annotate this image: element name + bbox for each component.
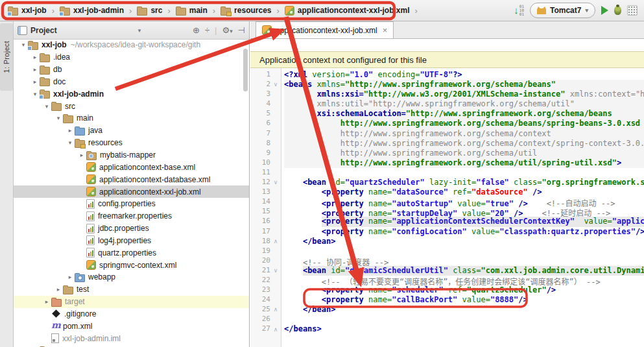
line-number: 7 [250, 129, 281, 139]
breadcrumb-item-resources[interactable]: resources [219, 6, 272, 16]
tree-item-.gitignore[interactable]: .gitignore [14, 308, 249, 320]
tree-item-xxl-job-admin.iml[interactable]: xxl-job-admin.iml [14, 332, 249, 344]
tree-toggle-arrow[interactable]: ▸ [42, 298, 51, 305]
tree-item-label: jdbc.properties [98, 224, 149, 233]
tree-item-main[interactable]: ▾main [14, 112, 249, 125]
tree-item-config.properties[interactable]: config.properties [14, 198, 249, 210]
breadcrumb-item-main[interactable]: main [174, 6, 209, 16]
folder-icon [63, 115, 73, 123]
code-line-6: http://www.springframework.org/schema/be… [284, 119, 644, 128]
tree-item-label: resources [88, 138, 123, 147]
locate-icon[interactable]: ⊕ [193, 25, 200, 35]
editor-area: applicationcontext-xxl-job.xml × Applica… [250, 21, 644, 347]
tree-item-doc[interactable]: ▸doc [14, 76, 249, 88]
fold-marker-icon[interactable]: ∧ [272, 325, 280, 335]
tree-toggle-arrow[interactable]: ▸ [30, 54, 40, 60]
spring-xml-icon [86, 187, 96, 197]
tree-item-.idea[interactable]: ▸.idea [14, 51, 249, 64]
left-tool-window-bar: 1: Project [0, 21, 14, 347]
line-number: 23 [250, 285, 281, 295]
folder-icon [137, 8, 147, 16]
breadcrumb-item-xxl-job-admin[interactable]: xxl-job-admin [58, 6, 125, 16]
tree-item-target[interactable]: ▸target [14, 296, 249, 308]
collapse-all-icon[interactable]: ÷ [205, 25, 209, 35]
tree-item-mybatis-mapper[interactable]: ▸mybatis-mapper [14, 149, 249, 162]
editor-notification-banner: Application context not configured for t… [250, 51, 644, 68]
tree-toggle-arrow[interactable]: ▾ [42, 103, 51, 110]
code-line-9: http://www.springframework.org/schema/ut… [284, 149, 644, 158]
code-line-16: <property name="applicationContextSchedu… [284, 217, 644, 226]
tree-item-springmvc-context.xml[interactable]: springmvc-context.xml [14, 259, 249, 271]
fold-marker-icon[interactable]: ∧ [272, 237, 280, 246]
fold-marker-icon[interactable]: ∨ [272, 80, 280, 90]
hide-panel-icon[interactable]: ⊣ [238, 25, 245, 35]
tree-item-java[interactable]: ▸java [14, 125, 249, 137]
tree-item-quartz.properties[interactable]: quartz.properties [14, 246, 249, 259]
code-line-3: xmlns:xsi="http://www.w3.org/2001/XMLSch… [284, 90, 644, 99]
tree-toggle-arrow[interactable]: ▸ [30, 78, 40, 85]
tree-toggle-arrow[interactable]: ▸ [66, 127, 75, 134]
run-configuration-label: Tomcat7 [550, 6, 581, 15]
run-configuration-selector[interactable]: Tomcat7 ▾ [530, 3, 595, 18]
run-button[interactable] [601, 6, 608, 15]
properties-icon [86, 199, 95, 209]
tree-item-log4j.properties[interactable]: log4j.properties [14, 235, 249, 247]
breadcrumb-label: resources [234, 6, 271, 15]
tree-item-freemarker.properties[interactable]: freemarker.properties [14, 210, 249, 222]
debug-button[interactable] [614, 6, 621, 15]
breadcrumb-item-applicationcontext-xxl-job.xml[interactable]: applicationcontext-xxl-job.xml [283, 6, 411, 16]
tree-item-pom.xml[interactable]: pom.xml [14, 320, 249, 332]
breadcrumb-item-xxl-job[interactable]: xxl-job [6, 6, 48, 16]
tree-toggle-arrow[interactable]: ▾ [66, 139, 75, 146]
tree-toggle-arrow[interactable]: ▸ [30, 66, 40, 73]
tab-close-icon[interactable]: × [383, 25, 388, 35]
fold-marker-icon[interactable]: ∨ [272, 178, 280, 187]
properties-icon [86, 235, 95, 245]
editor-gutter[interactable]: 1234567891011121314151617181920212223242… [250, 68, 281, 347]
tree-toggle-arrow[interactable]: ▸ [54, 286, 63, 293]
tree-item-applicationcontext-database.xml[interactable]: applicationcontext-database.xml [14, 173, 249, 185]
project-view-dropdown-caret[interactable]: ▾ [138, 27, 141, 34]
tree-item-partial[interactable]: ▸ [14, 344, 249, 347]
vcs-update-button[interactable]: ↓ 011001 [514, 5, 524, 16]
tree-item-webapp[interactable]: ▸webapp [14, 271, 249, 283]
tree-item-jdbc.properties[interactable]: jdbc.properties [14, 222, 249, 235]
fold-marker-icon[interactable]: ∧ [272, 305, 280, 315]
module-folder-icon [40, 91, 50, 99]
tree-toggle-arrow[interactable]: ▾ [54, 115, 63, 121]
tree-item-applicationcontext-xxl-job.xml[interactable]: applicationcontext-xxl-job.xml [14, 185, 249, 198]
breadcrumb-label: applicationcontext-xxl-job.xml [298, 6, 410, 15]
code-editor[interactable]: <?xml version="1.0" encoding="UTF-8"?><b… [282, 68, 644, 347]
tree-item-xxl-job[interactable]: ▾xxl-job~/workspaces/idea-git-workspace/… [14, 39, 249, 51]
properties-icon [86, 224, 95, 233]
spring-xml-icon [86, 174, 96, 184]
tree-item-xxl-job-admin[interactable]: ▾xxl-job-admin [14, 88, 249, 100]
breadcrumb-label: xxl-job-admin [73, 6, 124, 15]
settings-gear-icon[interactable]: ⚙▾ [222, 25, 232, 35]
line-number: 1 [250, 70, 281, 80]
tree-item-label: webapp [88, 272, 115, 281]
tree-item-src[interactable]: ▾src [14, 100, 249, 112]
tree-item-test[interactable]: ▸test [14, 283, 249, 296]
code-line-18: </bean> [284, 237, 644, 246]
tree-item-applicationcontext-base.xml[interactable]: applicationcontext-base.xml [14, 161, 249, 173]
banner-text: Application context not configured for t… [259, 55, 427, 65]
code-line-2: <beans xmlns="http://www.springframework… [284, 80, 644, 90]
module-folder-icon [60, 8, 70, 16]
run-with-coverage-button[interactable] [627, 5, 638, 16]
tree-toggle-arrow[interactable]: ▾ [30, 91, 40, 97]
code-line-27: </beans> [284, 324, 644, 334]
tree-toggle-arrow[interactable]: ▸ [77, 152, 86, 158]
editor-tab-bar: applicationcontext-xxl-job.xml × [250, 21, 644, 39]
tree-toggle-arrow[interactable]: ▸ [66, 274, 75, 280]
vcs-update-digits: 011001 [519, 5, 524, 16]
breadcrumb-item-src[interactable]: src [136, 6, 163, 16]
tree-toggle-arrow[interactable]: ▾ [19, 42, 28, 48]
project-tool-window-button[interactable]: 1: Project [0, 23, 13, 91]
tree-item-db[interactable]: ▸db [14, 64, 249, 76]
tree-item-label: .idea [53, 53, 70, 62]
tree-scrollbar-thumb[interactable] [243, 49, 248, 91]
editor-tab[interactable]: applicationcontext-xxl-job.xml × [256, 21, 394, 38]
tree-item-resources[interactable]: ▾resources [14, 137, 249, 149]
fold-marker-icon[interactable]: ∨ [272, 266, 280, 276]
